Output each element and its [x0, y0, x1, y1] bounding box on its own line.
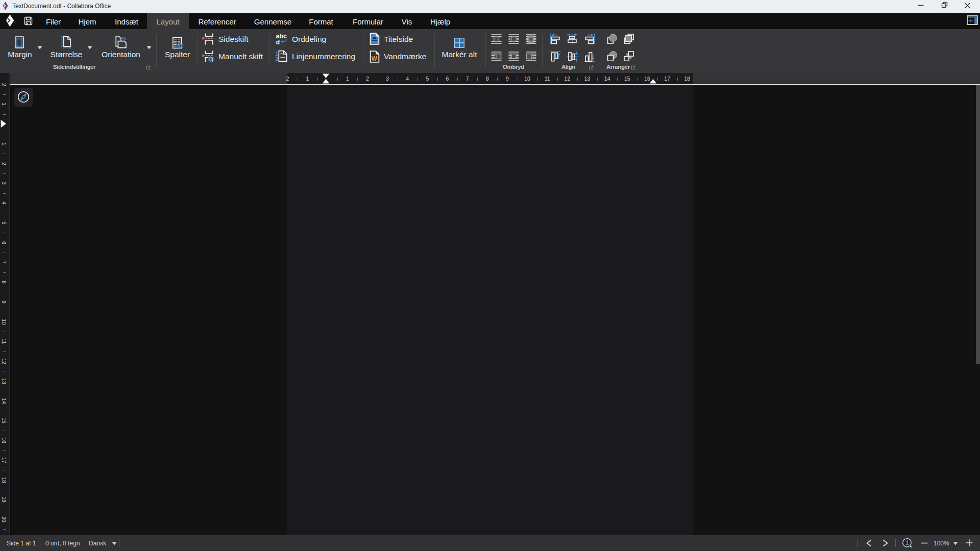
svg-text:d: d [276, 39, 280, 46]
svg-text:W: W [371, 55, 377, 62]
svg-text:1: 1 [905, 539, 909, 546]
svg-text:2: 2 [276, 56, 279, 62]
